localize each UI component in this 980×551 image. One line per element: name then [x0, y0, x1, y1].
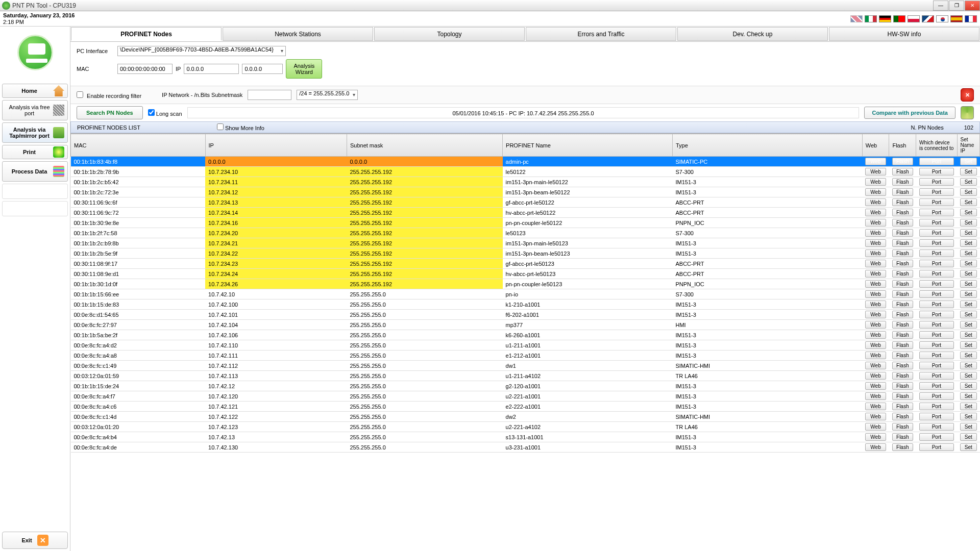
- set-button[interactable]: Set: [960, 443, 976, 451]
- compare-previous-button[interactable]: Compare with previous Data: [864, 107, 955, 119]
- set-button[interactable]: Set: [960, 423, 976, 431]
- set-button[interactable]: Set: [960, 413, 976, 420]
- port-button[interactable]: Port: [919, 372, 954, 380]
- set-button[interactable]: Set: [960, 321, 976, 329]
- port-button[interactable]: Port: [919, 229, 954, 237]
- port-button[interactable]: Port: [919, 158, 954, 165]
- flash-button[interactable]: Flash: [892, 311, 913, 318]
- table-row[interactable]: 00:0e:8c:fc:a4:b410.7.42.13255.255.255.0…: [71, 432, 980, 442]
- port-button[interactable]: Port: [919, 362, 954, 369]
- flag-fr-icon[interactable]: [965, 15, 977, 22]
- col-set[interactable]: Set Name IP: [957, 134, 979, 157]
- web-button[interactable]: Web: [865, 239, 886, 247]
- set-button[interactable]: Set: [960, 209, 976, 216]
- set-button[interactable]: Set: [960, 311, 976, 318]
- analysis-wizard-button[interactable]: AnalysisWizard: [286, 59, 322, 79]
- set-button[interactable]: Set: [960, 382, 976, 390]
- web-button[interactable]: Web: [865, 300, 886, 308]
- set-button[interactable]: Set: [960, 300, 976, 308]
- web-button[interactable]: Web: [865, 372, 886, 380]
- ip-input-2[interactable]: [242, 64, 283, 74]
- port-button[interactable]: Port: [919, 423, 954, 431]
- set-button[interactable]: Set: [960, 198, 976, 206]
- web-button[interactable]: Web: [865, 158, 886, 165]
- set-button[interactable]: Set: [960, 219, 976, 227]
- exit-button[interactable]: Exit ✕: [2, 532, 68, 549]
- flash-button[interactable]: Flash: [892, 433, 913, 441]
- table-row[interactable]: 00:0e:8c:fc:27:9710.7.42.104255.255.255.…: [71, 320, 980, 330]
- pc-interface-select[interactable]: \Device\NPF_{005B9F69-7703-4B5D-A8EB-A75…: [117, 46, 286, 56]
- table-row[interactable]: 00:0e:8c:d1:54:6510.7.42.101255.255.255.…: [71, 310, 980, 320]
- flash-button[interactable]: Flash: [892, 403, 913, 410]
- col-port[interactable]: Which device is connected to: [916, 134, 957, 157]
- set-button[interactable]: Set: [960, 403, 976, 410]
- set-button[interactable]: Set: [960, 352, 976, 359]
- table-row[interactable]: 00:1b:1b:15:66:ee10.7.42.10255.255.255.0…: [71, 289, 980, 299]
- set-button[interactable]: Set: [960, 249, 976, 257]
- tab-errors-traffic[interactable]: Errors and Traffic: [526, 27, 676, 41]
- web-button[interactable]: Web: [865, 290, 886, 298]
- web-button[interactable]: Web: [865, 260, 886, 267]
- print-button[interactable]: Print: [2, 145, 68, 159]
- web-button[interactable]: Web: [865, 352, 886, 359]
- flash-button[interactable]: Flash: [892, 280, 913, 288]
- flag-kr-icon[interactable]: [936, 15, 948, 22]
- flag-de-icon[interactable]: [879, 15, 891, 22]
- port-button[interactable]: Port: [919, 219, 954, 227]
- port-button[interactable]: Port: [919, 392, 954, 400]
- set-button[interactable]: Set: [960, 260, 976, 267]
- tab-topology[interactable]: Topology: [374, 27, 525, 41]
- flash-button[interactable]: Flash: [892, 239, 913, 247]
- flash-button[interactable]: Flash: [892, 198, 913, 206]
- table-row[interactable]: 00:0e:8c:fc:a4:c610.7.42.121255.255.255.…: [71, 402, 980, 412]
- port-button[interactable]: Port: [919, 443, 954, 451]
- web-button[interactable]: Web: [865, 413, 886, 420]
- set-button[interactable]: Set: [960, 372, 976, 380]
- col-name[interactable]: PROFINET Name: [503, 134, 673, 157]
- home-button[interactable]: Home: [2, 84, 68, 98]
- flash-button[interactable]: Flash: [892, 209, 913, 216]
- port-button[interactable]: Port: [919, 168, 954, 176]
- flash-button[interactable]: Flash: [892, 168, 913, 176]
- table-row[interactable]: 00:1b:1b:2c:b9:8b10.7.234.21255.255.255.…: [71, 238, 980, 248]
- port-button[interactable]: Port: [919, 188, 954, 196]
- port-button[interactable]: Port: [919, 249, 954, 257]
- mac-input[interactable]: [117, 64, 173, 74]
- port-button[interactable]: Port: [919, 290, 954, 298]
- web-button[interactable]: Web: [865, 219, 886, 227]
- col-mac[interactable]: MAC: [71, 134, 206, 157]
- table-row[interactable]: 00:1b:1b:2b:5e:9f10.7.234.22255.255.255.…: [71, 248, 980, 259]
- flag-pt-icon[interactable]: [893, 15, 905, 22]
- table-row[interactable]: 00:1b:1b:15:de:2410.7.42.12255.255.255.0…: [71, 381, 980, 391]
- table-row[interactable]: 00:30:11:08:9e:d110.7.234.24255.255.255.…: [71, 269, 980, 279]
- flash-button[interactable]: Flash: [892, 270, 913, 278]
- web-button[interactable]: Web: [865, 382, 886, 390]
- flash-button[interactable]: Flash: [892, 443, 913, 451]
- set-button[interactable]: Set: [960, 188, 976, 196]
- table-row[interactable]: 00:0e:8c:fc:a4:de10.7.42.130255.255.255.…: [71, 442, 980, 453]
- table-row[interactable]: 00:1b:1b:15:de:8310.7.42.100255.255.255.…: [71, 299, 980, 310]
- flash-button[interactable]: Flash: [892, 249, 913, 257]
- table-row[interactable]: 00:0e:8c:fc:a4:a810.7.42.111255.255.255.…: [71, 350, 980, 361]
- port-button[interactable]: Port: [919, 321, 954, 329]
- table-row[interactable]: 00:1b:1b:2c:72:3e10.7.234.12255.255.255.…: [71, 187, 980, 197]
- nodes-table-wrap[interactable]: MAC IP Subnet mask PROFINET Name Type We…: [70, 133, 980, 551]
- flash-button[interactable]: Flash: [892, 341, 913, 349]
- port-button[interactable]: Port: [919, 331, 954, 339]
- table-row[interactable]: 00:1b:1b:30:9e:8e10.7.234.16255.255.255.…: [71, 218, 980, 228]
- set-button[interactable]: Set: [960, 270, 976, 278]
- flash-button[interactable]: Flash: [892, 423, 913, 431]
- tab-dev-checkup[interactable]: Dev. Check up: [677, 27, 828, 41]
- col-web[interactable]: Web: [862, 134, 889, 157]
- minimize-button[interactable]: —: [933, 1, 948, 11]
- port-button[interactable]: Port: [919, 311, 954, 318]
- flag-pl-icon[interactable]: [908, 15, 920, 22]
- flash-button[interactable]: Flash: [892, 413, 913, 420]
- web-button[interactable]: Web: [865, 362, 886, 369]
- port-button[interactable]: Port: [919, 300, 954, 308]
- port-button[interactable]: Port: [919, 433, 954, 441]
- flag-it-icon[interactable]: [865, 15, 877, 22]
- table-row[interactable]: 00:1b:1b:5a:be:2f10.7.42.106255.255.255.…: [71, 330, 980, 340]
- web-button[interactable]: Web: [865, 331, 886, 339]
- port-button[interactable]: Port: [919, 239, 954, 247]
